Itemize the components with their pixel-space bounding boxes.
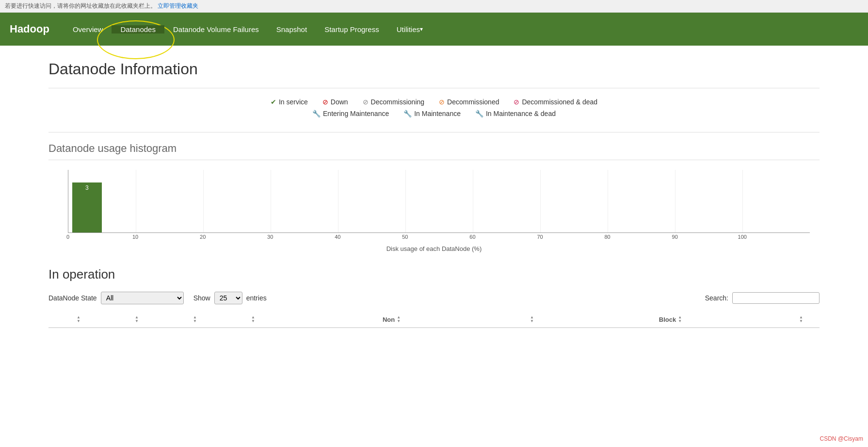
col-non-label: Non <box>383 316 395 323</box>
down-icon: ⊘ <box>322 98 328 106</box>
show-select[interactable]: 10 25 50 100 <box>214 292 242 304</box>
sort-icon-7: ▲▼ <box>678 315 682 323</box>
divider-histogram <box>48 160 820 160</box>
grid-line-100 <box>742 170 743 232</box>
legend-decommissioning: ⊘ Decommissioning <box>363 98 424 106</box>
grid-line-50 <box>405 170 406 232</box>
grid-line-90 <box>675 170 675 232</box>
col-sort-4: ▲▼ <box>223 315 281 323</box>
nav-link-datanode-volume-failures[interactable]: Datanode Volume Failures <box>164 13 268 46</box>
x-tick-90: 90 <box>672 234 678 240</box>
x-tick-80: 80 <box>604 234 610 240</box>
decommissioned-icon: ⊘ <box>439 98 445 106</box>
legend-in-service-label: In service <box>279 98 308 106</box>
legend-decommissioned-dead-label: Decommissioned & dead <box>522 98 597 106</box>
x-tick-70: 70 <box>537 234 543 240</box>
legend: ✔ In service ⊘ Down ⊘ Decommissioning ⊘ … <box>48 98 820 117</box>
search-group: Search: <box>705 292 820 304</box>
decommissioned-dead-icon: ⊘ <box>514 98 519 106</box>
table-controls: DataNode State All In Service Decommissi… <box>48 292 820 304</box>
sort-icon-6: ▲▼ <box>530 315 534 323</box>
legend-in-maintenance: 🔧 In Maintenance <box>403 110 461 117</box>
sort-icon-1: ▲▼ <box>77 315 80 323</box>
in-maintenance-dead-icon: 🔧 <box>475 110 483 117</box>
legend-in-maintenance-dead-label: In Maintenance & dead <box>486 110 556 117</box>
x-tick-20: 20 <box>200 234 206 240</box>
page-title: Datanode Information <box>48 60 820 78</box>
browser-bar-link[interactable]: 立即管理收藏夹 <box>158 2 198 9</box>
x-tick-50: 50 <box>402 234 408 240</box>
legend-in-service: ✔ In service <box>271 98 308 106</box>
search-input[interactable] <box>732 292 820 304</box>
histogram-wrapper: 3 0 10 20 30 40 50 60 70 80 90 100 Disk … <box>48 170 820 252</box>
datanode-state-label: DataNode State <box>48 294 97 302</box>
divider-legend <box>48 132 820 132</box>
col-sort-8: ▲▼ <box>781 315 820 323</box>
nav-link-datanodes[interactable]: Datanodes <box>112 25 164 33</box>
col-block-label: Block <box>659 316 676 323</box>
search-label: Search: <box>705 294 728 302</box>
legend-entering-maintenance: 🔧 Entering Maintenance <box>312 110 389 117</box>
nav-link-overview[interactable]: Overview <box>64 13 112 46</box>
entering-maintenance-icon: 🔧 <box>312 110 321 117</box>
legend-row-2: 🔧 Entering Maintenance 🔧 In Maintenance … <box>312 110 556 117</box>
legend-decommissioned: ⊘ Decommissioned <box>439 98 499 106</box>
show-label: Show <box>193 294 210 302</box>
decommissioning-icon: ⊘ <box>363 98 369 106</box>
grid-line-60 <box>473 170 473 232</box>
grid-line-80 <box>608 170 608 232</box>
x-tick-10: 10 <box>132 234 138 240</box>
col-sort-6: ▲▼ <box>502 315 560 323</box>
divider-top <box>48 88 820 88</box>
x-tick-100: 100 <box>738 234 747 240</box>
nav-links: Overview Datanodes Datanode Volume Failu… <box>64 13 432 46</box>
x-tick-60: 60 <box>469 234 475 240</box>
col-sort-1: ▲▼ <box>48 315 107 323</box>
legend-entering-maintenance-label: Entering Maintenance <box>323 110 389 117</box>
sort-icon-8: ▲▼ <box>799 315 803 323</box>
nav-link-startup-progress[interactable]: Startup Progress <box>316 13 388 46</box>
histogram-chart: 3 <box>68 170 810 233</box>
navbar-brand: Hadoop <box>10 23 49 35</box>
nav-link-utilities[interactable]: Utilities <box>388 13 432 46</box>
sort-icon-5: ▲▼ <box>397 315 401 323</box>
grid-line-30 <box>271 170 271 232</box>
datanodes-wrapper: Datanodes <box>112 25 164 33</box>
col-block: Block ▲▼ <box>560 315 781 323</box>
legend-in-maintenance-label: In Maintenance <box>414 110 461 117</box>
grid-line-40 <box>338 170 338 232</box>
checkmark-icon: ✔ <box>271 98 276 106</box>
table-header-row: ▲▼ ▲▼ ▲▼ ▲▼ Non ▲▼ ▲▼ Block ▲▼ ▲▼ <box>48 312 820 328</box>
legend-in-maintenance-dead: 🔧 In Maintenance & dead <box>475 110 556 117</box>
grid-line-70 <box>540 170 541 232</box>
sort-icon-2: ▲▼ <box>135 315 139 323</box>
grid-line-20 <box>203 170 204 232</box>
in-maintenance-icon: 🔧 <box>403 110 412 117</box>
histogram-x-axis: 0 10 20 30 40 50 60 70 80 90 100 <box>68 233 810 243</box>
datanode-state-select[interactable]: All In Service Decommissioning Decommiss… <box>101 292 184 304</box>
navbar: Hadoop Overview Datanodes Datanode Volum… <box>0 13 868 46</box>
x-tick-40: 40 <box>335 234 340 240</box>
x-tick-0: 0 <box>66 234 69 240</box>
grid-line-10 <box>136 170 136 232</box>
show-entries-control: Show 10 25 50 100 entries <box>193 292 267 304</box>
in-operation-title: In operation <box>48 267 820 282</box>
datanode-state-control: DataNode State All In Service Decommissi… <box>48 292 184 304</box>
col-sort-3: ▲▼ <box>165 315 223 323</box>
browser-bar-text: 若要进行快速访问，请将你的网址收藏放在此收藏夹栏上。 <box>5 2 156 9</box>
x-tick-30: 30 <box>267 234 273 240</box>
histogram-title: Datanode usage histogram <box>48 142 820 155</box>
col-sort-2: ▲▼ <box>107 315 165 323</box>
browser-bar: 若要进行快速访问，请将你的网址收藏放在此收藏夹栏上。 立即管理收藏夹 <box>0 0 868 13</box>
main-content: Datanode Information ✔ In service ⊘ Down… <box>0 46 868 343</box>
histogram-bar-0: 3 <box>72 182 102 232</box>
legend-down: ⊘ Down <box>322 98 348 106</box>
histogram-x-label: Disk usage of each DataNode (%) <box>48 245 820 252</box>
legend-decommissioned-dead: ⊘ Decommissioned & dead <box>514 98 597 106</box>
entries-label: entries <box>246 294 267 302</box>
legend-row-1: ✔ In service ⊘ Down ⊘ Decommissioning ⊘ … <box>271 98 597 106</box>
sort-icon-3: ▲▼ <box>193 315 197 323</box>
histogram-bar-label: 3 <box>85 184 89 191</box>
legend-decommissioned-label: Decommissioned <box>447 98 499 106</box>
nav-link-snapshot[interactable]: Snapshot <box>268 13 316 46</box>
